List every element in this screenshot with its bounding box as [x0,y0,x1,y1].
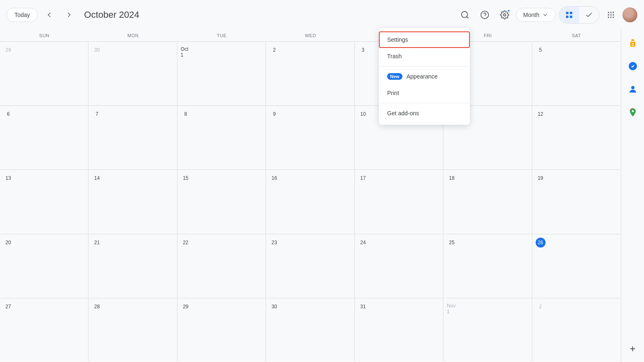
day-header-sun: SUN [0,30,89,41]
day-number: 2 [536,302,546,312]
day-number: 30 [269,302,279,312]
day-cell-oct1[interactable]: Oct 1 [177,42,266,105]
svg-rect-5 [566,12,569,14]
day-cell[interactable]: 15 [177,170,266,233]
svg-point-13 [610,14,611,15]
day-number: 23 [269,238,279,248]
svg-point-11 [613,12,614,13]
get-addons-menu-item[interactable]: Get add-ons [379,105,470,121]
page-title: October 2024 [84,10,453,20]
day-cell[interactable]: 5 [532,42,621,105]
day-cell[interactable]: 29 [0,42,89,105]
settings-button[interactable] [496,7,513,23]
day-cell[interactable]: 7 [89,106,177,169]
tasks-icon[interactable] [625,58,641,74]
settings-menu-item[interactable]: Settings [379,31,470,48]
svg-line-1 [467,17,468,18]
next-nav-button[interactable] [61,7,77,23]
day-header-wed: WED [266,30,354,41]
appearance-label: Appearance [407,73,438,80]
day-number: 28 [92,302,102,312]
day-cell-nov1[interactable]: Nov 1 [443,298,532,362]
day-cell[interactable]: 29 [177,298,266,362]
day-cell[interactable]: 23 [266,234,354,298]
day-number: 8 [181,109,191,119]
day-cell[interactable]: 14 [89,170,177,233]
settings-dropdown: Settings Trash New Appearance Print Get … [379,28,470,125]
week-row: 29 30 Oct 1 2 3 4 5 [0,42,621,106]
header: Today October 2024 [0,0,644,30]
day-cell[interactable]: 6 [0,106,89,169]
day-cell[interactable]: 16 [266,170,354,233]
day-number: 29 [181,302,191,312]
trash-label: Trash [387,53,402,60]
day-header-tue: TUE [177,30,266,41]
calendar-main: SUN MON TUE WED THU FRI SAT 29 30 Oct 1 … [0,30,621,362]
help-button[interactable] [476,7,493,23]
day-number-today: 26 [536,238,546,248]
contacts-icon[interactable] [625,81,641,98]
day-cell-today[interactable]: 26 [532,234,621,298]
day-cell[interactable]: 24 [355,234,443,298]
grid-view-button[interactable] [559,7,579,23]
day-cell[interactable]: 2 [266,42,354,105]
day-cell[interactable]: 27 [0,298,89,362]
week-row: 20 21 22 23 24 25 26 [0,234,621,298]
maps-icon[interactable] [625,104,641,121]
day-cell[interactable]: 21 [89,234,177,298]
day-number: 18 [447,173,457,183]
svg-rect-6 [570,12,572,14]
today-button[interactable]: Today [7,8,38,22]
print-menu-item[interactable]: Print [379,85,470,101]
prev-nav-button[interactable] [41,7,57,23]
calendar-container: SUN MON TUE WED THU FRI SAT 29 30 Oct 1 … [0,30,644,362]
day-number: 22 [181,238,191,248]
view-selector-label: Month [523,12,539,18]
week-row: 27 28 29 30 31 Nov 1 2 [0,298,621,362]
keep-icon[interactable] [625,35,641,51]
avatar-image [622,7,637,22]
avatar[interactable] [622,7,637,22]
day-number: 6 [3,109,13,119]
day-cell[interactable]: 30 [266,298,354,362]
day-number: 31 [358,302,368,312]
svg-point-9 [608,12,609,13]
print-label: Print [387,90,399,96]
day-cell[interactable]: 30 [89,42,177,105]
day-cell[interactable]: 18 [443,170,532,233]
check-view-button[interactable] [579,7,599,23]
calendar-weeks: 29 30 Oct 1 2 3 4 5 6 7 8 9 10 11 12 13 [0,42,621,362]
apps-button[interactable] [603,7,619,23]
day-cell[interactable]: 13 [0,170,89,233]
day-cell[interactable]: 8 [177,106,266,169]
svg-rect-8 [570,16,572,18]
new-badge: New [387,73,402,80]
day-cell[interactable]: 17 [355,170,443,233]
day-cell[interactable]: 20 [0,234,89,298]
right-sidebar: + [621,30,644,362]
day-number: Oct 1 [181,47,191,57]
day-number: 3 [358,45,368,55]
day-cell[interactable]: 9 [266,106,354,169]
settings-label: Settings [387,36,408,43]
day-cell[interactable]: 28 [89,298,177,362]
day-number: 12 [536,109,546,119]
svg-point-15 [608,17,609,18]
add-sidebar-icon[interactable]: + [625,341,641,357]
day-cell[interactable]: 31 [355,298,443,362]
day-number: 15 [181,173,191,183]
day-cell[interactable]: 2 [532,298,621,362]
svg-rect-7 [566,16,569,18]
day-cell[interactable]: 19 [532,170,621,233]
day-number: 20 [3,238,13,248]
view-selector[interactable]: Month [516,8,555,22]
day-cell[interactable]: 25 [443,234,532,298]
day-cell[interactable]: 12 [532,106,621,169]
day-number: 17 [358,173,368,183]
appearance-menu-item[interactable]: New Appearance [379,68,470,85]
header-actions: Month [457,6,637,24]
trash-menu-item[interactable]: Trash [379,48,470,64]
search-button[interactable] [457,7,473,23]
day-number: 7 [92,109,102,119]
day-cell[interactable]: 22 [177,234,266,298]
